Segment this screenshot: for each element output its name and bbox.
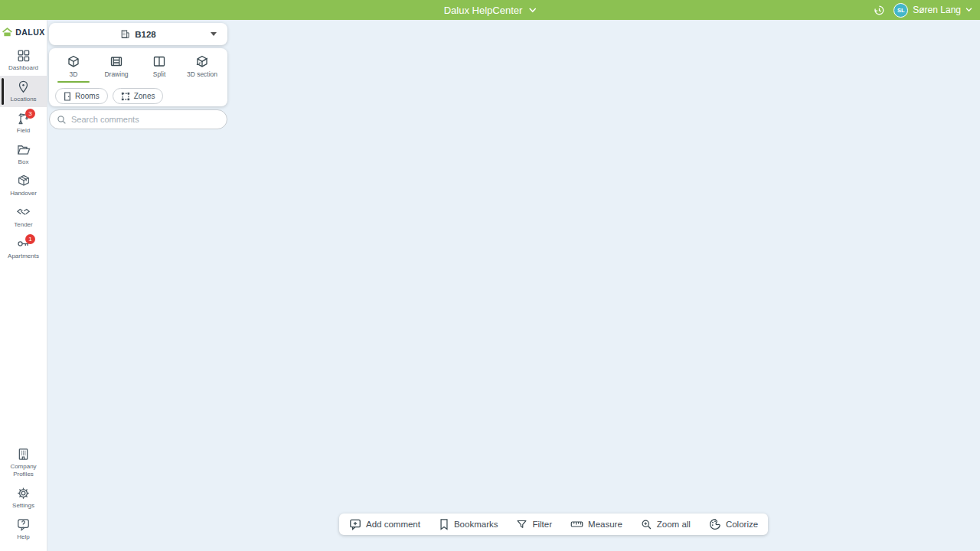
dalux-logo[interactable]: DALUX (0, 20, 47, 44)
bookmarks-button[interactable]: Bookmarks (439, 518, 498, 530)
dalux-house-icon (2, 28, 13, 37)
helpcenter-title: Dalux HelpCenter (444, 5, 523, 16)
location-pin-icon (16, 80, 31, 94)
logo-text: DALUX (15, 28, 45, 37)
door-icon (64, 92, 71, 101)
user-menu[interactable]: SL Søren Lang (893, 3, 972, 18)
building-selector[interactable]: B128 (49, 23, 227, 45)
tab-3d-section[interactable]: 3D section (181, 53, 224, 83)
chevron-down-icon (528, 8, 536, 13)
filter-icon (516, 519, 528, 530)
folder-icon (16, 142, 31, 157)
split-view-icon (153, 55, 165, 68)
building-icon (16, 447, 31, 461)
cube-section-icon (196, 55, 208, 68)
colorize-button[interactable]: Colorize (709, 518, 758, 530)
tab-drawing[interactable]: Drawing (95, 53, 138, 83)
handshake-icon (15, 205, 31, 220)
building-selector-value: B128 (135, 30, 156, 39)
sidebar-item-dashboard[interactable]: Dashboard (0, 44, 47, 76)
tab-split[interactable]: Split (138, 53, 181, 83)
history-icon[interactable] (873, 4, 886, 17)
sidebar-item-company-profiles[interactable]: Company Profiles (0, 442, 47, 482)
sidebar-item-box[interactable]: Box (0, 139, 47, 170)
bookmarks-icon (439, 518, 449, 530)
measure-button[interactable]: Measure (570, 519, 622, 530)
search-icon (57, 115, 67, 125)
zone-icon (121, 92, 130, 101)
gear-icon (16, 486, 31, 500)
sidebar: DALUX Dashboard Locations 3 Field Box Ha… (0, 20, 47, 551)
top-bar: Dalux HelpCenter SL Søren Lang (0, 0, 980, 20)
drawing-icon (110, 55, 122, 68)
sidebar-item-settings[interactable]: Settings (0, 482, 47, 514)
measure-icon (570, 519, 583, 530)
package-icon (16, 174, 31, 188)
zoom-all-button[interactable]: Zoom all (641, 519, 691, 530)
add-comment-icon (349, 518, 361, 530)
help-icon (16, 517, 31, 532)
helpcenter-menu[interactable]: Dalux HelpCenter (444, 5, 537, 16)
comment-search (49, 109, 227, 129)
user-name: Søren Lang (913, 5, 961, 15)
colorize-icon (709, 518, 721, 530)
sidebar-item-help[interactable]: Help (0, 514, 47, 545)
viewer-toolbar: Add comment Bookmarks Filter Measure Zoo… (339, 514, 768, 535)
caret-down-icon (211, 32, 217, 36)
sidebar-item-apartments[interactable]: 1 Apartments (0, 233, 47, 264)
sidebar-item-locations[interactable]: Locations (0, 76, 47, 107)
dashboard-icon (16, 48, 31, 63)
chevron-down-icon (965, 8, 972, 12)
avatar: SL (893, 3, 908, 18)
field-badge: 3 (25, 109, 35, 119)
filter-button[interactable]: Filter (516, 519, 552, 530)
apartments-badge: 1 (25, 234, 35, 244)
building-small-icon (120, 29, 130, 39)
zones-toggle[interactable]: Zones (113, 88, 164, 104)
sidebar-item-field[interactable]: 3 Field (0, 107, 47, 139)
zoom-all-icon (641, 519, 652, 530)
cube-3d-icon (67, 55, 80, 68)
sidebar-item-handover[interactable]: Handover (0, 170, 47, 201)
sidebar-item-tender[interactable]: Tender (0, 201, 47, 233)
tab-3d[interactable]: 3D (52, 53, 95, 83)
rooms-toggle[interactable]: Rooms (55, 88, 108, 104)
add-comment-button[interactable]: Add comment (349, 518, 420, 530)
search-comments-input[interactable] (71, 115, 220, 124)
view-mode-panel: 3D Drawing Split 3D section Rooms Zones (49, 48, 227, 106)
